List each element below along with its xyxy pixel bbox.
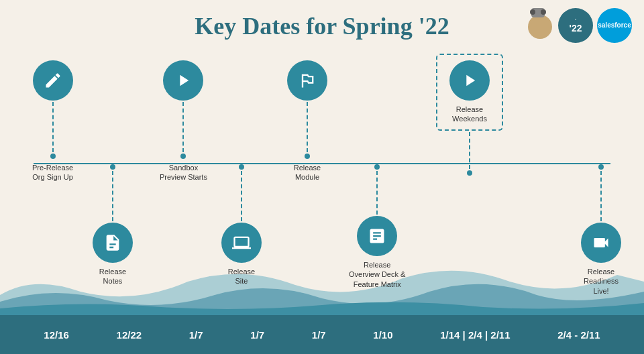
milestone-release-notes: ReleaseNotes: [93, 164, 133, 286]
date-1222: 12/22: [117, 329, 142, 341]
release-notes-icon: [93, 223, 133, 263]
release-site-dot: [239, 164, 244, 170]
badge-year: '22: [570, 23, 582, 34]
release-weekends-label: ReleaseWeekends: [452, 105, 487, 124]
mascot-icon: [526, 8, 554, 43]
date-17c: 1/7: [312, 329, 326, 341]
weekends-border: ReleaseWeekends: [436, 54, 503, 131]
release-module-label: ReleaseModule: [294, 163, 321, 182]
sandbox-preview-dot: [180, 154, 186, 159]
release-readiness-dot: [598, 164, 604, 170]
release-site-label: ReleaseSite: [228, 267, 255, 286]
pre-release-label: Pre-ReleaseOrg Sign Up: [32, 163, 73, 182]
release-readiness-label: Release ReadinessLive!: [574, 267, 628, 296]
release-readiness-line: [600, 171, 602, 221]
milestone-release-site: ReleaseSite: [221, 164, 262, 286]
date-weekends: 1/14 | 2/4 | 2/11: [440, 329, 510, 341]
release-weekends-icon: [449, 60, 490, 101]
sandbox-preview-icon: [163, 60, 203, 101]
milestone-release-overview: ReleaseOverview Deck &Feature Matrix: [349, 164, 405, 289]
milestone-release-readiness: Release ReadinessLive!: [574, 164, 628, 296]
date-110: 1/10: [373, 329, 392, 341]
badge-apostrophe: ': [575, 18, 576, 23]
release-module-icon: [287, 60, 327, 101]
release-site-icon: [221, 223, 262, 263]
release-notes-dot: [110, 164, 115, 170]
sandbox-preview-line: [182, 102, 184, 152]
spring22-badge: ' '22: [558, 8, 593, 43]
date-17a: 1/7: [189, 329, 203, 341]
release-module-dot: [305, 154, 310, 159]
main-container: Key Dates for Spring '22 ' '22 salesforc…: [0, 0, 644, 354]
salesforce-logo: salesforce: [597, 8, 632, 43]
pre-release-line: [52, 102, 54, 152]
salesforce-label: salesforce: [598, 21, 631, 30]
milestone-release-weekends-group: ReleaseWeekends: [436, 54, 503, 176]
date-1216: 12/16: [44, 329, 69, 341]
release-module-line: [307, 102, 308, 152]
release-notes-label: ReleaseNotes: [99, 267, 126, 286]
release-overview-line: [376, 171, 378, 215]
pre-release-dot: [50, 154, 56, 159]
date-bar: 12/16 12/22 1/7 1/7 1/7 1/10 1/14 | 2/4 …: [0, 315, 644, 354]
release-overview-icon: [357, 216, 397, 256]
sandbox-preview-label: SandboxPreview Starts: [160, 163, 207, 182]
date-readiness: 2/4 - 2/11: [557, 329, 600, 341]
release-readiness-icon: [581, 223, 621, 263]
date-17b: 1/7: [250, 329, 264, 341]
release-site-line: [241, 171, 242, 221]
release-overview-dot: [374, 164, 380, 170]
pre-release-icon: [33, 60, 73, 101]
weekends-dot: [467, 170, 472, 176]
logo-area: ' '22 salesforce: [526, 8, 632, 43]
release-overview-label: ReleaseOverview Deck &Feature Matrix: [349, 260, 405, 289]
timeline-line: [34, 163, 610, 164]
release-notes-line: [112, 171, 113, 221]
